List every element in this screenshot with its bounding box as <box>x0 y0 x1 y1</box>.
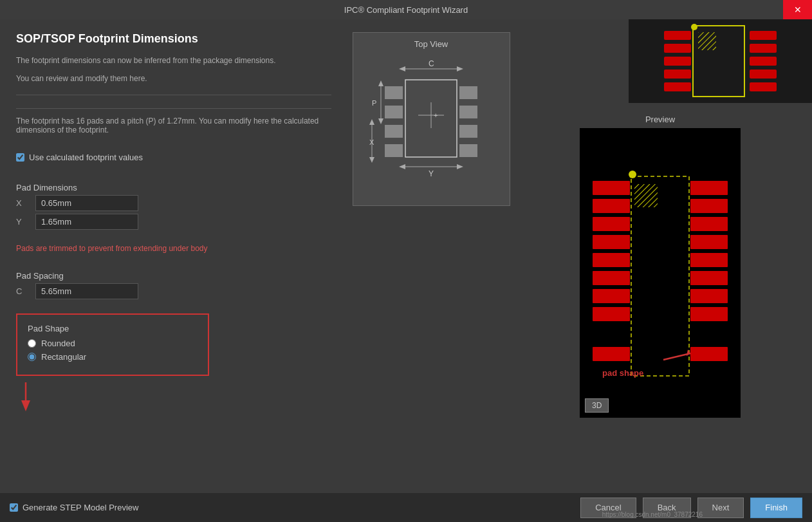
generate-step-label: Generate STEP Model Preview <box>23 503 138 512</box>
left-panel: SOP/TSOP Footprint Dimensions The footpr… <box>0 19 347 493</box>
pad-shape-box-title: Pad Shape <box>28 324 198 333</box>
pcb-thumbnail-svg <box>629 19 812 103</box>
svg-rect-48 <box>593 217 630 231</box>
svg-rect-50 <box>593 253 630 267</box>
panel-subtitle1: The footprint dimensions can now be infe… <box>16 55 331 66</box>
panel-subtitle2: You can review and modify them here. <box>16 73 331 84</box>
svg-line-67 <box>663 353 690 360</box>
svg-rect-33 <box>664 44 691 53</box>
svg-rect-6 <box>385 86 403 99</box>
panel-title: SOP/TSOP Footprint Dimensions <box>16 32 331 46</box>
pad-x-row: X <box>16 195 331 211</box>
svg-rect-63 <box>690 347 728 361</box>
svg-rect-49 <box>593 235 630 249</box>
use-calculated-checkbox-row[interactable]: Use calculated footprint values <box>16 153 331 162</box>
use-calculated-label: Use calculated footprint values <box>29 153 143 162</box>
svg-rect-35 <box>664 70 691 79</box>
svg-marker-68 <box>687 350 690 356</box>
rectangular-label: Rectangular <box>41 352 86 362</box>
svg-rect-60 <box>690 271 728 285</box>
svg-marker-23 <box>369 119 374 125</box>
dialog-title: IPC® Compliant Footprint Wizard <box>344 5 468 15</box>
c-label: C <box>16 286 29 296</box>
svg-rect-54 <box>593 347 630 361</box>
svg-rect-62 <box>690 307 728 321</box>
svg-rect-43 <box>698 32 716 50</box>
svg-text:P: P <box>372 99 376 107</box>
title-bar: IPC® Compliant Footprint Wizard ✕ <box>0 0 812 19</box>
svg-rect-13 <box>459 144 477 157</box>
preview-label: Preview <box>645 115 675 124</box>
svg-rect-9 <box>385 144 403 157</box>
finish-button[interactable]: Finish <box>750 498 802 518</box>
pad-y-input[interactable] <box>35 214 138 230</box>
svg-rect-65 <box>634 184 658 207</box>
svg-rect-38 <box>750 44 777 53</box>
preview-svg: pad shape <box>580 128 741 418</box>
svg-text:+: + <box>434 111 438 119</box>
rectangular-radio-row[interactable]: Rectangular <box>28 352 198 362</box>
svg-marker-3 <box>399 66 405 71</box>
svg-rect-34 <box>664 57 691 66</box>
info-text: The footprint has 16 pads and a pitch (P… <box>16 108 331 135</box>
pad-spacing-label: Pad Spacing <box>16 271 331 281</box>
svg-rect-61 <box>690 289 728 303</box>
top-view-diagram: C + P <box>367 54 495 196</box>
svg-rect-55 <box>690 181 728 195</box>
svg-text:Y: Y <box>429 169 434 178</box>
svg-rect-59 <box>690 253 728 267</box>
pad-shape-box: Pad Shape Rounded Rectangular <box>16 313 209 376</box>
svg-marker-4 <box>457 66 463 71</box>
svg-rect-10 <box>459 86 477 99</box>
svg-rect-39 <box>750 57 777 66</box>
svg-rect-47 <box>593 199 630 213</box>
y-label: Y <box>16 217 29 227</box>
annotation-arrow-icon <box>16 382 35 415</box>
top-view-title: Top View <box>414 39 448 49</box>
svg-marker-28 <box>457 164 463 169</box>
pad-y-row: Y <box>16 214 331 230</box>
rounded-label: Rounded <box>41 339 75 348</box>
svg-marker-20 <box>378 118 383 124</box>
svg-rect-8 <box>385 125 403 138</box>
svg-rect-46 <box>593 181 630 195</box>
svg-rect-41 <box>750 82 777 91</box>
close-button[interactable]: ✕ <box>783 0 812 19</box>
svg-rect-40 <box>750 70 777 79</box>
warning-text: Pads are trimmed to prevent from extendi… <box>16 244 331 253</box>
svg-rect-32 <box>664 31 691 40</box>
svg-rect-53 <box>593 307 630 321</box>
pad-shape-annotation <box>16 382 331 415</box>
pcb-thumbnail <box>629 19 812 103</box>
preview-section: Preview <box>580 115 741 418</box>
svg-rect-36 <box>664 82 691 91</box>
svg-text:X: X <box>369 138 374 146</box>
rounded-radio-row[interactable]: Rounded <box>28 339 198 348</box>
svg-point-64 <box>629 171 636 178</box>
svg-text:pad shape: pad shape <box>602 368 643 378</box>
svg-rect-56 <box>690 199 728 213</box>
top-view-container: Top View C <box>353 32 510 206</box>
3d-button[interactable]: 3D <box>585 398 609 413</box>
rectangular-radio[interactable] <box>28 353 36 361</box>
generate-step-row[interactable]: Generate STEP Model Preview <box>10 503 138 512</box>
use-calculated-checkbox[interactable] <box>16 153 24 162</box>
svg-rect-30 <box>629 19 812 103</box>
generate-step-checkbox[interactable] <box>10 503 18 512</box>
next-button[interactable]: Next <box>697 498 744 518</box>
x-label: X <box>16 198 29 208</box>
svg-rect-7 <box>385 106 403 118</box>
pad-x-input[interactable] <box>35 195 138 211</box>
svg-rect-52 <box>593 289 630 303</box>
rounded-radio[interactable] <box>28 339 36 348</box>
svg-rect-12 <box>459 125 477 138</box>
url-hint: https://blog.csdn.net/m0_37872216 <box>602 511 703 518</box>
svg-point-42 <box>691 24 697 30</box>
svg-marker-19 <box>378 80 383 86</box>
preview-canvas: pad shape 3D <box>580 128 741 418</box>
svg-marker-24 <box>369 157 374 163</box>
svg-text:C: C <box>429 59 434 68</box>
svg-rect-51 <box>593 271 630 285</box>
pad-c-input[interactable] <box>35 283 138 299</box>
svg-rect-11 <box>459 106 477 118</box>
